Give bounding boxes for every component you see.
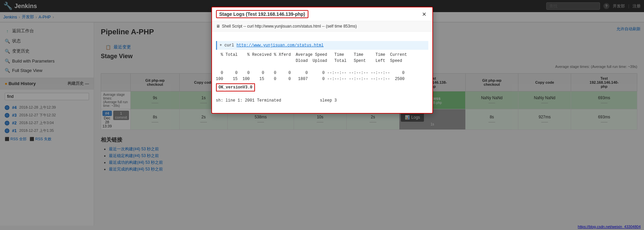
modal-overlay: Stage Logs (Test 192.168.146.139-php) ✕ … (0, 0, 644, 226)
script-icon: 🖥 (216, 24, 220, 29)
modal-header: Stage Logs (Test 192.168.146.139-php) ✕ (212, 7, 432, 21)
curl-line: + curl http://www.yunjisuan.com/status.h… (216, 41, 428, 50)
curl-url[interactable]: http://www.yunjisuan.com/status.html (237, 43, 324, 48)
terminated-text: sh: line 1: 2001 Terminated sleep 3 (216, 98, 337, 103)
modal-subtitle-text: Shell Script -- curl http://www.yunjisua… (222, 24, 357, 29)
ok-badge: OK_versionV3.0 (216, 83, 255, 91)
modal-close-button[interactable]: ✕ (420, 10, 428, 18)
stage-logs-modal: Stage Logs (Test 192.168.146.139-php) ✕ … (211, 7, 433, 114)
modal-subtitle: 🖥 Shell Script -- curl http://www.yunjis… (212, 21, 432, 32)
modal-body: + curl http://www.yunjisuan.com/status.h… (212, 32, 432, 113)
modal-title: Stage Logs (Test 192.168.146.139-php) (216, 10, 309, 18)
curl-table-header: % Total % Received % Xferd Average Speed… (216, 52, 407, 81)
